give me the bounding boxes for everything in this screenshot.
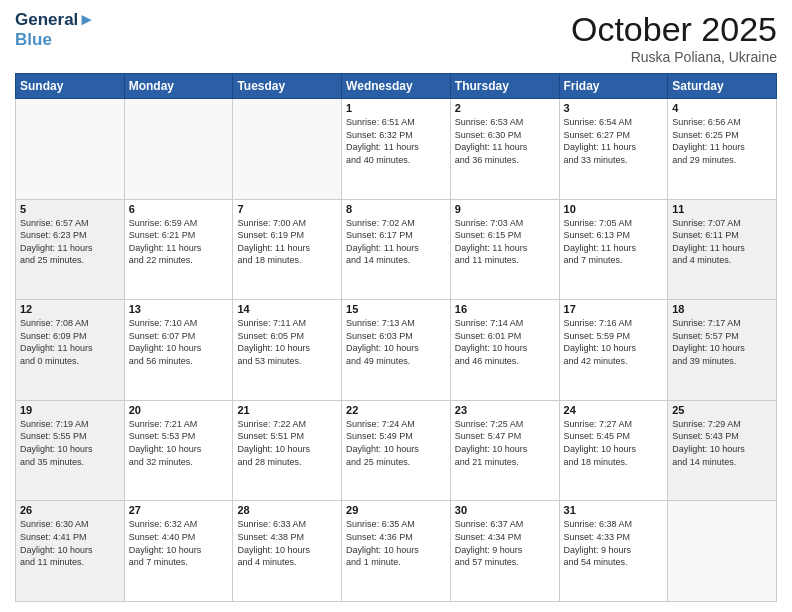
calendar-cell: 24Sunrise: 7:27 AM Sunset: 5:45 PM Dayli…: [559, 400, 668, 501]
calendar-cell: 13Sunrise: 7:10 AM Sunset: 6:07 PM Dayli…: [124, 300, 233, 401]
weekday-header-tuesday: Tuesday: [233, 74, 342, 99]
day-number: 9: [455, 203, 555, 215]
day-info: Sunrise: 7:10 AM Sunset: 6:07 PM Dayligh…: [129, 317, 229, 367]
calendar-cell: 22Sunrise: 7:24 AM Sunset: 5:49 PM Dayli…: [342, 400, 451, 501]
calendar-cell: [233, 99, 342, 200]
day-info: Sunrise: 7:08 AM Sunset: 6:09 PM Dayligh…: [20, 317, 120, 367]
calendar-cell: 23Sunrise: 7:25 AM Sunset: 5:47 PM Dayli…: [450, 400, 559, 501]
calendar-cell: 11Sunrise: 7:07 AM Sunset: 6:11 PM Dayli…: [668, 199, 777, 300]
week-row-3: 12Sunrise: 7:08 AM Sunset: 6:09 PM Dayli…: [16, 300, 777, 401]
week-row-1: 1Sunrise: 6:51 AM Sunset: 6:32 PM Daylig…: [16, 99, 777, 200]
week-row-2: 5Sunrise: 6:57 AM Sunset: 6:23 PM Daylig…: [16, 199, 777, 300]
day-info: Sunrise: 6:53 AM Sunset: 6:30 PM Dayligh…: [455, 116, 555, 166]
calendar-table: SundayMondayTuesdayWednesdayThursdayFrid…: [15, 73, 777, 602]
calendar-cell: 16Sunrise: 7:14 AM Sunset: 6:01 PM Dayli…: [450, 300, 559, 401]
day-info: Sunrise: 7:16 AM Sunset: 5:59 PM Dayligh…: [564, 317, 664, 367]
day-number: 5: [20, 203, 120, 215]
calendar-cell: 18Sunrise: 7:17 AM Sunset: 5:57 PM Dayli…: [668, 300, 777, 401]
day-info: Sunrise: 7:25 AM Sunset: 5:47 PM Dayligh…: [455, 418, 555, 468]
calendar-cell: 4Sunrise: 6:56 AM Sunset: 6:25 PM Daylig…: [668, 99, 777, 200]
day-number: 11: [672, 203, 772, 215]
page: General► Blue October 2025 Ruska Poliana…: [0, 0, 792, 612]
day-info: Sunrise: 7:11 AM Sunset: 6:05 PM Dayligh…: [237, 317, 337, 367]
day-number: 23: [455, 404, 555, 416]
calendar-cell: 1Sunrise: 6:51 AM Sunset: 6:32 PM Daylig…: [342, 99, 451, 200]
weekday-header-thursday: Thursday: [450, 74, 559, 99]
calendar-cell: 27Sunrise: 6:32 AM Sunset: 4:40 PM Dayli…: [124, 501, 233, 602]
day-number: 8: [346, 203, 446, 215]
calendar-cell: 19Sunrise: 7:19 AM Sunset: 5:55 PM Dayli…: [16, 400, 125, 501]
title-section: October 2025 Ruska Poliana, Ukraine: [571, 10, 777, 65]
day-info: Sunrise: 7:19 AM Sunset: 5:55 PM Dayligh…: [20, 418, 120, 468]
day-info: Sunrise: 6:54 AM Sunset: 6:27 PM Dayligh…: [564, 116, 664, 166]
day-info: Sunrise: 6:30 AM Sunset: 4:41 PM Dayligh…: [20, 518, 120, 568]
day-info: Sunrise: 6:37 AM Sunset: 4:34 PM Dayligh…: [455, 518, 555, 568]
day-info: Sunrise: 7:14 AM Sunset: 6:01 PM Dayligh…: [455, 317, 555, 367]
day-number: 22: [346, 404, 446, 416]
day-info: Sunrise: 7:17 AM Sunset: 5:57 PM Dayligh…: [672, 317, 772, 367]
calendar-cell: 7Sunrise: 7:00 AM Sunset: 6:19 PM Daylig…: [233, 199, 342, 300]
calendar-cell: 8Sunrise: 7:02 AM Sunset: 6:17 PM Daylig…: [342, 199, 451, 300]
day-number: 19: [20, 404, 120, 416]
day-number: 3: [564, 102, 664, 114]
calendar-cell: [16, 99, 125, 200]
day-number: 14: [237, 303, 337, 315]
logo-text: General► Blue: [15, 10, 95, 49]
day-number: 16: [455, 303, 555, 315]
weekday-header-monday: Monday: [124, 74, 233, 99]
day-number: 31: [564, 504, 664, 516]
calendar-cell: 31Sunrise: 6:38 AM Sunset: 4:33 PM Dayli…: [559, 501, 668, 602]
day-number: 30: [455, 504, 555, 516]
calendar-cell: 9Sunrise: 7:03 AM Sunset: 6:15 PM Daylig…: [450, 199, 559, 300]
day-info: Sunrise: 6:59 AM Sunset: 6:21 PM Dayligh…: [129, 217, 229, 267]
weekday-header-sunday: Sunday: [16, 74, 125, 99]
day-number: 2: [455, 102, 555, 114]
day-info: Sunrise: 6:33 AM Sunset: 4:38 PM Dayligh…: [237, 518, 337, 568]
calendar-cell: [668, 501, 777, 602]
calendar-cell: 6Sunrise: 6:59 AM Sunset: 6:21 PM Daylig…: [124, 199, 233, 300]
location: Ruska Poliana, Ukraine: [571, 49, 777, 65]
week-row-5: 26Sunrise: 6:30 AM Sunset: 4:41 PM Dayli…: [16, 501, 777, 602]
day-number: 15: [346, 303, 446, 315]
day-info: Sunrise: 7:03 AM Sunset: 6:15 PM Dayligh…: [455, 217, 555, 267]
day-info: Sunrise: 7:21 AM Sunset: 5:53 PM Dayligh…: [129, 418, 229, 468]
calendar-cell: 5Sunrise: 6:57 AM Sunset: 6:23 PM Daylig…: [16, 199, 125, 300]
logo: General► Blue: [15, 10, 95, 49]
day-info: Sunrise: 6:32 AM Sunset: 4:40 PM Dayligh…: [129, 518, 229, 568]
day-number: 26: [20, 504, 120, 516]
day-number: 18: [672, 303, 772, 315]
calendar-cell: 3Sunrise: 6:54 AM Sunset: 6:27 PM Daylig…: [559, 99, 668, 200]
day-number: 27: [129, 504, 229, 516]
calendar-cell: 25Sunrise: 7:29 AM Sunset: 5:43 PM Dayli…: [668, 400, 777, 501]
day-number: 28: [237, 504, 337, 516]
day-number: 10: [564, 203, 664, 215]
day-info: Sunrise: 6:35 AM Sunset: 4:36 PM Dayligh…: [346, 518, 446, 568]
day-number: 21: [237, 404, 337, 416]
day-number: 12: [20, 303, 120, 315]
calendar-cell: 14Sunrise: 7:11 AM Sunset: 6:05 PM Dayli…: [233, 300, 342, 401]
day-info: Sunrise: 7:29 AM Sunset: 5:43 PM Dayligh…: [672, 418, 772, 468]
day-number: 24: [564, 404, 664, 416]
day-info: Sunrise: 6:56 AM Sunset: 6:25 PM Dayligh…: [672, 116, 772, 166]
header: General► Blue October 2025 Ruska Poliana…: [15, 10, 777, 65]
calendar-cell: 2Sunrise: 6:53 AM Sunset: 6:30 PM Daylig…: [450, 99, 559, 200]
calendar-cell: 29Sunrise: 6:35 AM Sunset: 4:36 PM Dayli…: [342, 501, 451, 602]
day-number: 17: [564, 303, 664, 315]
day-info: Sunrise: 7:07 AM Sunset: 6:11 PM Dayligh…: [672, 217, 772, 267]
day-number: 6: [129, 203, 229, 215]
calendar-cell: 30Sunrise: 6:37 AM Sunset: 4:34 PM Dayli…: [450, 501, 559, 602]
day-info: Sunrise: 7:13 AM Sunset: 6:03 PM Dayligh…: [346, 317, 446, 367]
weekday-header-wednesday: Wednesday: [342, 74, 451, 99]
day-number: 4: [672, 102, 772, 114]
day-info: Sunrise: 6:57 AM Sunset: 6:23 PM Dayligh…: [20, 217, 120, 267]
day-number: 7: [237, 203, 337, 215]
calendar-cell: 28Sunrise: 6:33 AM Sunset: 4:38 PM Dayli…: [233, 501, 342, 602]
weekday-header-row: SundayMondayTuesdayWednesdayThursdayFrid…: [16, 74, 777, 99]
calendar-cell: 20Sunrise: 7:21 AM Sunset: 5:53 PM Dayli…: [124, 400, 233, 501]
day-info: Sunrise: 6:38 AM Sunset: 4:33 PM Dayligh…: [564, 518, 664, 568]
calendar-cell: 17Sunrise: 7:16 AM Sunset: 5:59 PM Dayli…: [559, 300, 668, 401]
week-row-4: 19Sunrise: 7:19 AM Sunset: 5:55 PM Dayli…: [16, 400, 777, 501]
day-number: 20: [129, 404, 229, 416]
calendar-cell: 10Sunrise: 7:05 AM Sunset: 6:13 PM Dayli…: [559, 199, 668, 300]
month-title: October 2025: [571, 10, 777, 49]
